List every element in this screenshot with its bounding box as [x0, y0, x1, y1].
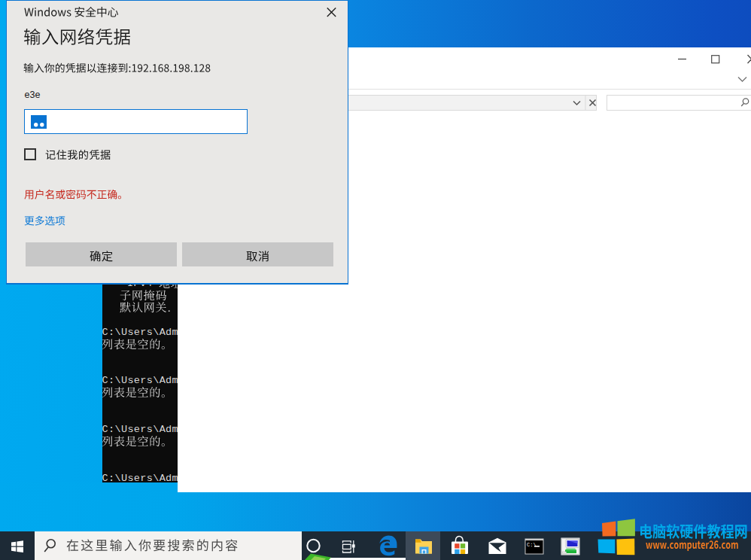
svg-text:C:\: C:\ — [527, 542, 537, 548]
